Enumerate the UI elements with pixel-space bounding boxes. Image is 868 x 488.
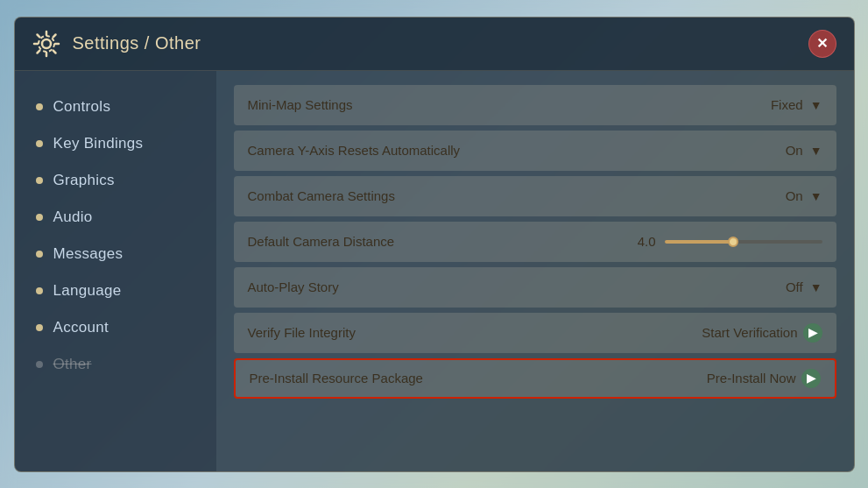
setting-label: Combat Camera Settings: [248, 188, 786, 203]
slider-fill: [665, 240, 731, 244]
action-label: Pre-Install Now: [707, 371, 796, 385]
action-btn-pre-install[interactable]: Pre-Install Now▶: [707, 369, 821, 388]
setting-label: Auto-Play Story: [248, 279, 786, 294]
sidebar-item-key-bindings[interactable]: Key Bindings: [15, 125, 216, 162]
dropdown-arrow-icon[interactable]: ▼: [810, 98, 822, 112]
sidebar-item-label: Key Bindings: [53, 135, 144, 152]
bullet-icon: [36, 287, 43, 294]
setting-row-mini-map: Mini-Map SettingsFixed▼: [234, 85, 836, 125]
bullet-icon: [36, 251, 43, 258]
setting-value: Off: [786, 279, 803, 294]
setting-row-combat-camera: Combat Camera SettingsOn▼: [234, 176, 836, 216]
setting-label: Pre-Install Resource Package: [250, 371, 707, 385]
bullet-icon: [36, 140, 43, 147]
close-button[interactable]: ✕: [808, 30, 836, 58]
sidebar-item-label: Account: [53, 319, 109, 336]
setting-value: On: [786, 143, 803, 158]
sidebar-item-label: Messages: [53, 245, 123, 263]
sidebar-item-other[interactable]: Other: [15, 346, 216, 383]
setting-row-auto-play: Auto-Play StoryOff▼: [234, 267, 836, 308]
bullet-icon: [36, 361, 43, 368]
setting-row-verify-integrity: Verify File IntegrityStart Verification▶: [234, 313, 836, 353]
slider-area: 4.0: [630, 234, 822, 249]
header-title: Settings / Other: [73, 33, 808, 53]
sidebar-item-graphics[interactable]: Graphics: [15, 162, 216, 199]
setting-label: Default Camera Distance: [248, 234, 630, 249]
gear-icon: [32, 30, 60, 58]
setting-row-camera-distance: Default Camera Distance4.0: [234, 222, 836, 262]
dropdown-arrow-icon[interactable]: ▼: [810, 280, 822, 294]
setting-row-pre-install: Pre-Install Resource PackagePre-Install …: [234, 358, 836, 399]
settings-modal: Settings / Other ✕ ControlsKey BindingsG…: [14, 17, 855, 472]
sidebar-item-language[interactable]: Language: [15, 272, 216, 309]
bullet-icon: [36, 177, 43, 184]
slider-track[interactable]: [665, 240, 822, 244]
sidebar-item-label: Other: [53, 356, 92, 373]
setting-value: On: [786, 188, 803, 203]
slider-thumb[interactable]: [728, 237, 738, 247]
setting-label: Verify File Integrity: [248, 325, 702, 340]
sidebar-item-audio[interactable]: Audio: [15, 199, 216, 236]
action-btn-verify-integrity[interactable]: Start Verification▶: [702, 323, 822, 343]
settings-content: Mini-Map SettingsFixed▼Camera Y-Axis Res…: [216, 71, 854, 471]
sidebar: ControlsKey BindingsGraphicsAudioMessage…: [15, 71, 216, 471]
action-circle-icon: ▶: [803, 323, 822, 343]
bullet-icon: [36, 103, 43, 110]
svg-point-1: [39, 36, 54, 52]
action-label: Start Verification: [702, 325, 797, 340]
modal-body: ControlsKey BindingsGraphicsAudioMessage…: [15, 71, 854, 471]
slider-value: 4.0: [630, 234, 656, 249]
sidebar-item-controls[interactable]: Controls: [15, 88, 216, 125]
sidebar-item-label: Graphics: [53, 172, 115, 189]
action-circle-icon: ▶: [801, 369, 821, 388]
dropdown-arrow-icon[interactable]: ▼: [810, 189, 822, 203]
svg-point-0: [42, 39, 51, 48]
sidebar-item-messages[interactable]: Messages: [15, 236, 216, 272]
setting-value: Fixed: [771, 97, 803, 112]
sidebar-item-label: Controls: [53, 98, 111, 116]
dropdown-arrow-icon[interactable]: ▼: [810, 144, 822, 158]
sidebar-item-account[interactable]: Account: [15, 309, 216, 346]
setting-label: Camera Y-Axis Resets Automatically: [248, 143, 786, 158]
modal-header: Settings / Other ✕: [15, 18, 854, 71]
setting-row-camera-y-axis: Camera Y-Axis Resets AutomaticallyOn▼: [234, 131, 836, 171]
sidebar-item-label: Audio: [53, 209, 93, 226]
bullet-icon: [36, 324, 43, 331]
sidebar-item-label: Language: [53, 282, 122, 300]
bullet-icon: [36, 214, 43, 221]
setting-label: Mini-Map Settings: [248, 97, 771, 112]
